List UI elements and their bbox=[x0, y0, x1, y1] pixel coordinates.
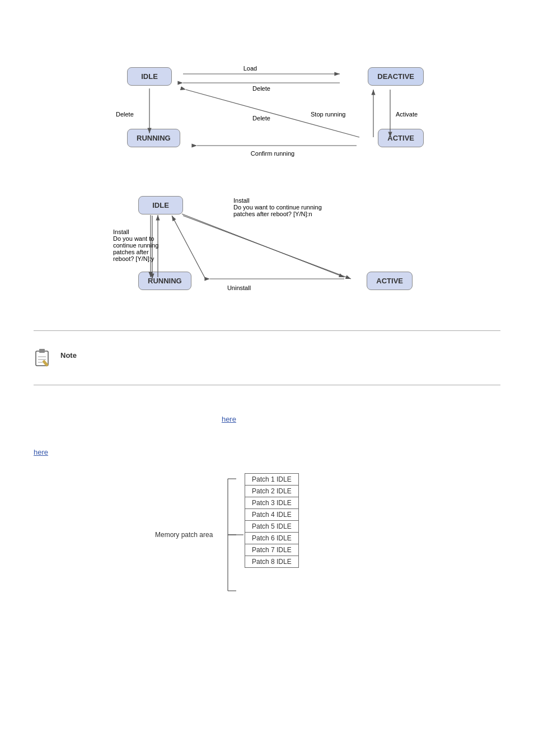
patch-row-4: Patch 4 IDLE bbox=[245, 509, 299, 521]
patch-cell-2: Patch 2 IDLE bbox=[245, 486, 299, 497]
separator1 bbox=[34, 330, 500, 331]
patch-row-3: Patch 3 IDLE bbox=[245, 497, 299, 509]
body-text1 bbox=[34, 396, 500, 408]
svg-text:continue running: continue running bbox=[113, 242, 158, 249]
body-text3 bbox=[34, 431, 500, 443]
d2-running-state: RUNNING bbox=[138, 272, 191, 290]
svg-line-20 bbox=[172, 216, 205, 279]
d2-active-state: ACTIVE bbox=[367, 272, 413, 290]
svg-text:Install: Install bbox=[113, 228, 129, 235]
patch-cell-4: Patch 4 IDLE bbox=[245, 509, 299, 521]
svg-line-19 bbox=[183, 216, 351, 279]
patch-cell-3: Patch 3 IDLE bbox=[245, 497, 299, 509]
patch-row-8: Patch 8 IDLE bbox=[245, 556, 299, 568]
memory-patch-label: Memory patch area bbox=[155, 531, 213, 539]
svg-text:patches after: patches after bbox=[113, 249, 149, 255]
link2[interactable]: here bbox=[34, 448, 48, 456]
svg-text:Confirm running: Confirm running bbox=[251, 150, 294, 157]
patch-table: Patch 1 IDLEPatch 2 IDLEPatch 3 IDLEPatc… bbox=[245, 473, 299, 568]
svg-text:Do you want to continue runnin: Do you want to continue running bbox=[233, 204, 322, 211]
patch-cell-5: Patch 5 IDLE bbox=[245, 521, 299, 533]
note-label: Note bbox=[60, 348, 77, 360]
patch-row-6: Patch 6 IDLE bbox=[245, 533, 299, 544]
svg-text:Activate: Activate bbox=[396, 111, 418, 118]
svg-text:Delete: Delete bbox=[116, 111, 134, 118]
patch-row-7: Patch 7 IDLE bbox=[245, 544, 299, 556]
patch-cell-1: Patch 1 IDLE bbox=[245, 474, 299, 486]
svg-line-23 bbox=[182, 214, 344, 277]
memory-diagram: Memory patch area Patch 1 IDLEPatch 2 ID… bbox=[155, 473, 379, 596]
separator2 bbox=[34, 385, 500, 385]
diagram2: IDLE RUNNING ACTIVE bbox=[110, 185, 424, 314]
svg-text:Stop running: Stop running bbox=[311, 111, 345, 118]
patch-row-2: Patch 2 IDLE bbox=[245, 486, 299, 497]
note-icon bbox=[34, 348, 54, 368]
svg-rect-35 bbox=[39, 349, 45, 353]
patch-row-1: Patch 1 IDLE bbox=[245, 474, 299, 486]
svg-text:Load: Load bbox=[243, 65, 257, 72]
diagram1-arrows: Load Delete Stop running Activate Delete… bbox=[99, 34, 435, 168]
svg-text:Uninstall: Uninstall bbox=[227, 284, 251, 291]
svg-text:Delete: Delete bbox=[252, 85, 270, 92]
diagram1: IDLE DEACTIVE RUNNING ACTIVE Load Delete bbox=[99, 34, 435, 168]
link1[interactable]: here bbox=[222, 415, 236, 423]
patch-cell-6: Patch 6 IDLE bbox=[245, 533, 299, 544]
svg-text:Do you want to: Do you want to bbox=[113, 235, 154, 242]
patch-cell-8: Patch 8 IDLE bbox=[245, 556, 299, 568]
body-text2: here bbox=[34, 414, 500, 426]
patch-cell-7: Patch 7 IDLE bbox=[245, 544, 299, 556]
patch-row-5: Patch 5 IDLE bbox=[245, 521, 299, 533]
d2-idle-state: IDLE bbox=[138, 196, 183, 214]
svg-text:reboot? [Y/N]:y: reboot? [Y/N]:y bbox=[113, 255, 154, 262]
note-section: Note bbox=[34, 342, 500, 374]
svg-text:Install: Install bbox=[233, 197, 250, 204]
svg-text:patches after reboot? [Y/N]:n: patches after reboot? [Y/N]:n bbox=[233, 211, 312, 217]
svg-text:Delete: Delete bbox=[252, 115, 270, 122]
